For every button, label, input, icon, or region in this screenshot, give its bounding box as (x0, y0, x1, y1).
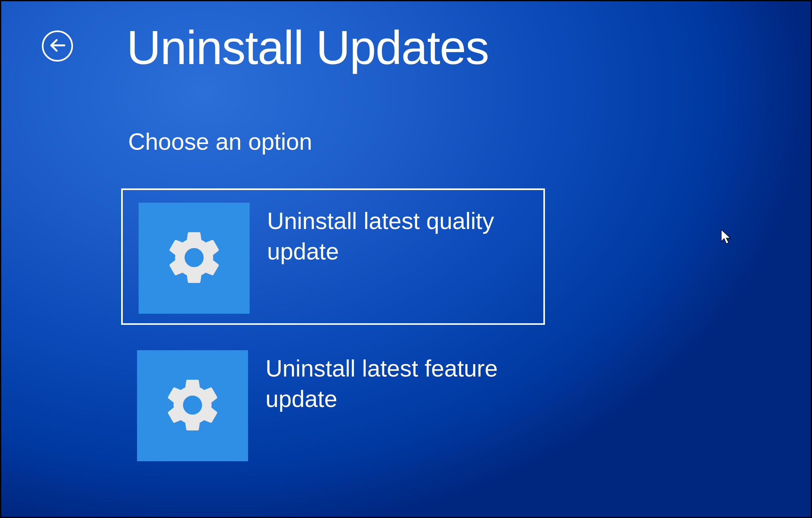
option-icon-box (139, 203, 250, 314)
back-button[interactable] (42, 30, 73, 61)
uninstall-quality-update-tile[interactable]: Uninstall latest quality update (121, 189, 545, 325)
arrow-left-icon (48, 36, 67, 56)
option-label: Uninstall latest feature update (265, 353, 526, 414)
options-container: Uninstall latest quality update Uninstal… (121, 189, 545, 487)
uninstall-feature-update-tile[interactable]: Uninstall latest feature update (121, 338, 545, 474)
gear-icon (163, 226, 226, 291)
gear-icon (161, 373, 224, 438)
mouse-cursor-icon (721, 229, 732, 245)
choose-option-label: Choose an option (128, 128, 312, 155)
option-icon-box (137, 350, 248, 461)
page-title: Uninstall Updates (126, 20, 489, 75)
option-label: Uninstall latest quality update (267, 206, 527, 267)
